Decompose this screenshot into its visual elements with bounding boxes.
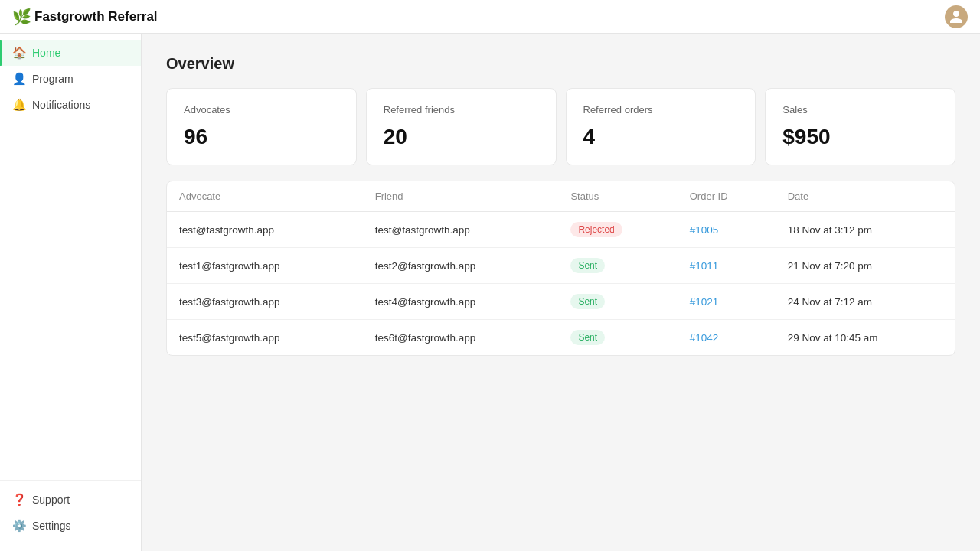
sidebar-label-program: Program [32,73,74,85]
status-badge: Sent [570,294,605,309]
stat-label-referred-orders: Referred orders [583,104,739,116]
order-id-cell[interactable]: #1042 [678,320,776,356]
main-content: Overview Advocates 96 Referred friends 2… [142,34,980,551]
sidebar-label-home: Home [32,47,60,59]
col-header-status: Status [558,181,677,212]
sidebar-label-notifications: Notifications [32,99,90,111]
date-cell: 18 Nov at 3:12 pm [776,212,955,248]
order-link[interactable]: #1021 [690,296,719,308]
sidebar-item-notifications[interactable]: 🔔 Notifications [0,92,141,118]
stat-value-referred-friends: 20 [384,125,539,149]
status-badge: Sent [570,330,605,345]
user-avatar[interactable] [945,5,968,28]
order-id-cell[interactable]: #1005 [678,212,776,248]
status-badge: Sent [570,258,605,273]
order-link[interactable]: #1011 [690,260,719,272]
table-row: test5@fastgrowth.apptes6t@fastgrowth.app… [167,320,955,356]
stat-card-referred-orders: Referred orders 4 [566,88,756,165]
topbar: 🌿 Fastgrowth Referral [0,0,980,34]
order-link[interactable]: #1005 [690,224,719,236]
status-cell: Sent [558,284,677,320]
sidebar-nav: 🏠 Home 👤 Program 🔔 Notifications [0,40,141,480]
sidebar-bottom: ❓ Support ⚙️ Settings [0,480,141,545]
stat-label-referred-friends: Referred friends [384,104,539,116]
app-name: Fastgrowth Referral [34,9,158,24]
order-id-cell[interactable]: #1021 [678,284,776,320]
sidebar-item-program[interactable]: 👤 Program [0,66,141,92]
advocate-cell: test@fastgrowth.app [167,212,363,248]
stat-value-advocates: 96 [184,125,339,149]
friend-cell: test4@fastgrowth.app [363,284,559,320]
col-header-advocate: Advocate [167,181,363,212]
stat-card-sales: Sales $950 [765,88,956,165]
sidebar-label-support: Support [32,494,70,506]
program-icon: 👤 [12,72,26,86]
sidebar-item-support[interactable]: ❓ Support [0,487,141,513]
stat-label-sales: Sales [782,104,938,116]
support-icon: ❓ [12,493,26,507]
stat-value-referred-orders: 4 [583,125,739,149]
status-badge: Rejected [570,222,622,237]
settings-icon: ⚙️ [12,519,26,533]
sidebar-item-home[interactable]: 🏠 Home [0,40,141,66]
friend-cell: test@fastgrowth.app [363,212,559,248]
stat-label-advocates: Advocates [184,104,339,116]
layout: 🏠 Home 👤 Program 🔔 Notifications ❓ Suppo… [0,34,980,551]
col-header-friend: Friend [363,181,559,212]
app-logo: 🌿 Fastgrowth Referral [12,8,158,26]
col-header-order-id: Order ID [678,181,776,212]
sidebar-label-settings: Settings [32,520,71,532]
stats-grid: Advocates 96 Referred friends 20 Referre… [166,88,956,165]
friend-cell: test2@fastgrowth.app [363,248,559,284]
date-cell: 29 Nov at 10:45 am [776,320,955,356]
referrals-table-container: AdvocateFriendStatusOrder IDDate test@fa… [166,181,956,356]
table-row: test@fastgrowth.apptest@fastgrowth.appRe… [167,212,955,248]
date-cell: 24 Nov at 7:12 am [776,284,955,320]
friend-cell: tes6t@fastgrowth.app [363,320,559,356]
sidebar-item-settings[interactable]: ⚙️ Settings [0,513,141,539]
order-id-cell[interactable]: #1011 [678,248,776,284]
status-cell: Sent [558,248,677,284]
notifications-icon: 🔔 [12,98,26,112]
advocate-cell: test3@fastgrowth.app [167,284,363,320]
order-link[interactable]: #1042 [690,332,719,344]
table-row: test1@fastgrowth.apptest2@fastgrowth.app… [167,248,955,284]
col-header-date: Date [776,181,955,212]
status-cell: Sent [558,320,677,356]
stat-card-advocates: Advocates 96 [166,88,357,165]
status-cell: Rejected [558,212,677,248]
stat-value-sales: $950 [782,125,938,149]
sidebar: 🏠 Home 👤 Program 🔔 Notifications ❓ Suppo… [0,34,142,551]
page-title: Overview [166,55,956,73]
referrals-table: AdvocateFriendStatusOrder IDDate test@fa… [167,181,955,355]
table-row: test3@fastgrowth.apptest4@fastgrowth.app… [167,284,955,320]
advocate-cell: test5@fastgrowth.app [167,320,363,356]
advocate-cell: test1@fastgrowth.app [167,248,363,284]
date-cell: 21 Nov at 7:20 pm [776,248,955,284]
stat-card-referred-friends: Referred friends 20 [366,88,557,165]
home-icon: 🏠 [12,46,26,60]
logo-icon: 🌿 [12,8,31,26]
